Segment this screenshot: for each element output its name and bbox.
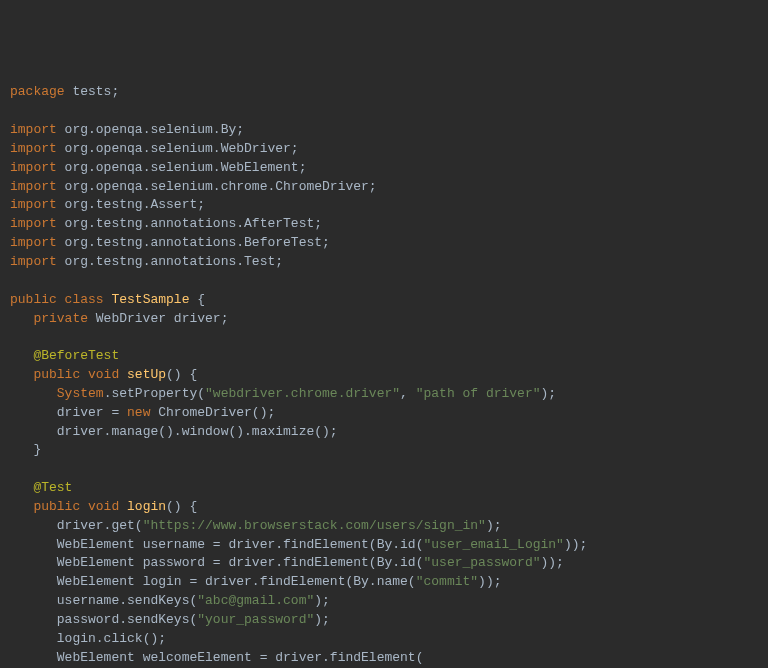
line: @BeforeTest <box>10 348 119 363</box>
line: import org.testng.annotations.AfterTest; <box>10 216 322 231</box>
line: public class TestSample { <box>10 292 205 307</box>
line: username.sendKeys("abc@gmail.com"); <box>10 593 330 608</box>
line: import org.openqa.selenium.WebElement; <box>10 160 306 175</box>
line: driver = new ChromeDriver(); <box>10 405 275 420</box>
line: System.setProperty("webdriver.chrome.dri… <box>10 386 556 401</box>
line: public void setUp() { <box>10 367 197 382</box>
line: import org.testng.annotations.Test; <box>10 254 283 269</box>
line: WebElement welcomeElement = driver.findE… <box>10 650 423 665</box>
line: package tests; <box>10 84 119 99</box>
line: driver.get("https://www.browserstack.com… <box>10 518 502 533</box>
code-block: package tests; import org.openqa.seleniu… <box>10 83 758 668</box>
line: private WebDriver driver; <box>10 311 228 326</box>
line: driver.manage().window().maximize(); <box>10 424 338 439</box>
line: login.click(); <box>10 631 166 646</box>
line: public void login() { <box>10 499 197 514</box>
line: password.sendKeys("your_password"); <box>10 612 330 627</box>
line: WebElement password = driver.findElement… <box>10 555 564 570</box>
line: @Test <box>10 480 72 495</box>
line: import org.openqa.selenium.WebDriver; <box>10 141 299 156</box>
line: import org.openqa.selenium.chrome.Chrome… <box>10 179 377 194</box>
line: import org.openqa.selenium.By; <box>10 122 244 137</box>
line: } <box>10 442 41 457</box>
line: import org.testng.Assert; <box>10 197 205 212</box>
line: import org.testng.annotations.BeforeTest… <box>10 235 330 250</box>
line: WebElement login = driver.findElement(By… <box>10 574 502 589</box>
line: WebElement username = driver.findElement… <box>10 537 587 552</box>
